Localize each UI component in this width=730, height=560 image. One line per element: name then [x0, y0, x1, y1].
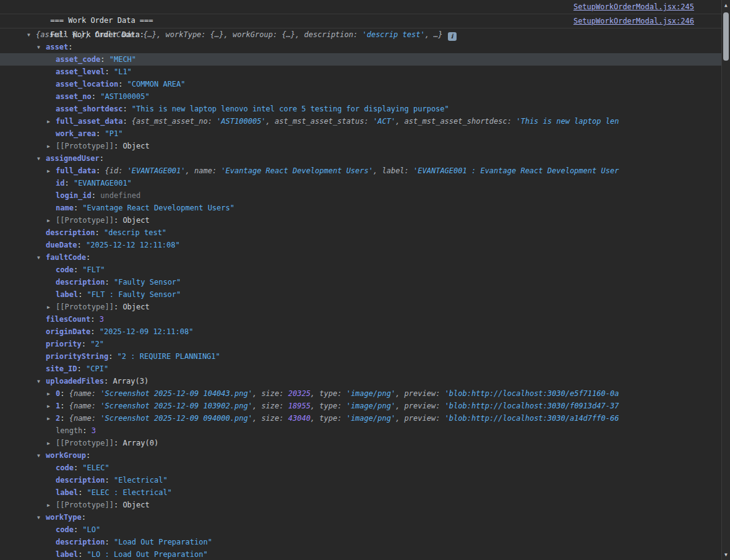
info-icon[interactable]: i: [448, 32, 457, 41]
tree-row[interactable]: ▶[[Prototype]]: Object: [0, 301, 721, 313]
tree-row[interactable]: description: "descrip test": [0, 226, 721, 239]
tree-row[interactable]: work_area: "P1": [0, 127, 721, 140]
tree-row[interactable]: asset_code: "MECH": [0, 53, 721, 66]
tree-row[interactable]: ▶1: {name: 'Screenshot 2025-12-09 103902…: [0, 400, 721, 412]
tree-row[interactable]: description: "Load Out Preparation": [0, 536, 721, 548]
token-ps: 'descrip test': [362, 30, 424, 39]
tree-row[interactable]: ▼workGroup:: [0, 449, 721, 462]
token-pb: :: [92, 389, 100, 398]
token-b: :: [105, 476, 113, 485]
tree-row[interactable]: ▶[[Prototype]]: Object: [0, 214, 721, 226]
token-b: :: [108, 352, 117, 361]
console-messages-area: === Work Order Data === SetupWorkOrderMo…: [0, 0, 721, 560]
tree-row[interactable]: ▶full_data: {id: 'EVANTAGE001', name: 'E…: [0, 165, 721, 177]
tree-row[interactable]: ▼asset:: [0, 41, 721, 53]
tree-row[interactable]: login_id: undefined: [0, 189, 721, 202]
token-b: :: [60, 389, 69, 398]
tree-row[interactable]: ▶0: {name: 'Screenshot 2025-12-09 104043…: [0, 387, 721, 400]
tree-row[interactable]: ▼uploadedFiles: Array(3): [0, 375, 721, 387]
tree-row[interactable]: ▶[[Prototype]]: Object: [0, 140, 721, 152]
tree-row[interactable]: id: "EVANTAGE001": [0, 177, 721, 189]
tree-row[interactable]: originDate: "2025-12-09 12:11:08": [0, 325, 721, 338]
tree-row[interactable]: asset_level: "L1": [0, 66, 721, 78]
message-text: Full Work Order Data:: [50, 30, 144, 39]
scroll-down-icon[interactable]: ▼: [722, 550, 730, 559]
expand-arrow-right-icon[interactable]: ▶: [47, 388, 56, 400]
console-message[interactable]: === Work Order Data === SetupWorkOrderMo…: [0, 0, 721, 14]
expand-arrow-right-icon[interactable]: ▶: [47, 301, 56, 313]
expand-arrow-down-icon[interactable]: ▼: [37, 376, 46, 387]
token-pk: name: [74, 389, 92, 398]
token-k: workType: [46, 513, 82, 522]
tree-row[interactable]: asset_location: "COMMON AREA": [0, 78, 721, 90]
tree-row[interactable]: ▼workType:: [0, 511, 721, 523]
token-ps: 'EVANTAGE001': [127, 166, 186, 175]
token-pb: :: [279, 402, 288, 410]
token-b: :: [100, 154, 104, 163]
token-pb: :: [337, 402, 346, 410]
tree-row[interactable]: site_ID: "CPI": [0, 363, 721, 375]
token-pb: {: [69, 389, 74, 398]
source-link[interactable]: SetupWorkOrderModal.jsx:246: [573, 14, 694, 28]
tree-row[interactable]: description: "Electrical": [0, 474, 721, 486]
tree-row[interactable]: ▶[[Prototype]]: Object: [0, 499, 721, 511]
scrollbar-thumb[interactable]: [723, 12, 729, 61]
tree-row[interactable]: label: "LO : Load Out Preparation": [0, 548, 721, 560]
tree-row[interactable]: label: "FLT : Faulty Sensor": [0, 288, 721, 301]
tree-row[interactable]: asset_no: "AST100005": [0, 90, 721, 103]
expand-arrow-right-icon[interactable]: ▶: [47, 165, 56, 177]
scroll-up-icon[interactable]: ▲: [722, 1, 730, 10]
tree-row[interactable]: asset_shortdesc: "This is new laptop len…: [0, 103, 721, 115]
expand-arrow-down-icon[interactable]: ▼: [37, 450, 46, 462]
tree-row[interactable]: code: "ELEC": [0, 462, 721, 474]
token-b: :: [74, 265, 82, 274]
expand-arrow-down-icon[interactable]: ▼: [37, 153, 46, 165]
token-sub: [[Prototype]]: [56, 439, 114, 447]
expand-arrow-right-icon[interactable]: ▶: [47, 437, 56, 449]
expand-arrow-right-icon[interactable]: ▶: [47, 413, 56, 424]
token-k: site_ID: [46, 364, 77, 373]
token-b: :: [90, 327, 99, 336]
token-pb: :: [212, 166, 221, 175]
token-s: "ELEC": [82, 463, 109, 472]
token-ps: 'blob:http://localhost:3030/f0913d47-37: [445, 402, 619, 410]
tree-row[interactable]: ▶full_asset_data: {ast_mst_asset_no: 'AS…: [0, 115, 721, 127]
expand-arrow-right-icon[interactable]: ▶: [47, 499, 56, 511]
tree-row[interactable]: ▼assignedUser:: [0, 152, 721, 165]
token-pb: :: [436, 402, 444, 410]
tree-row[interactable]: dueDate: "2025-12-12 12:11:08": [0, 239, 721, 251]
token-pb: {: [132, 117, 136, 126]
tree-row[interactable]: code: "LO": [0, 523, 721, 536]
token-s: "FLT": [82, 265, 105, 274]
expand-arrow-right-icon[interactable]: ▶: [47, 215, 56, 226]
token-pb: :: [208, 117, 217, 126]
token-pk: type: [319, 402, 337, 410]
tree-row[interactable]: priorityString: "2 : REQUIRE PLANNING1": [0, 350, 721, 363]
token-b: :: [64, 179, 73, 187]
tree-row[interactable]: ▶[[Prototype]]: Array(0): [0, 437, 721, 449]
token-pb: {: [69, 402, 74, 410]
tree-row[interactable]: name: "Evantage React Development Users": [0, 202, 721, 214]
expand-arrow-down-icon[interactable]: ▼: [37, 252, 46, 264]
expand-arrow-right-icon[interactable]: ▶: [47, 116, 56, 127]
token-s: "P1": [105, 129, 122, 138]
tree-row[interactable]: ▼faultCode:: [0, 251, 721, 264]
token-ps: 'EVANTAGE001 : Evantage React Developmen…: [413, 166, 619, 175]
expand-arrow-right-icon[interactable]: ▶: [47, 140, 56, 152]
source-link[interactable]: SetupWorkOrderModal.jsx:245: [573, 0, 694, 14]
token-n: 3: [100, 315, 104, 324]
expand-arrow-down-icon[interactable]: ▼: [37, 512, 46, 523]
tree-row[interactable]: length: 3: [0, 424, 721, 437]
tree-row[interactable]: description: "Faulty Sensor": [0, 276, 721, 288]
tree-row[interactable]: priority: "2": [0, 338, 721, 350]
tree-row[interactable]: label: "ELEC : Electrical": [0, 486, 721, 499]
tree-row[interactable]: ▶2: {name: 'Screenshot 2025-12-09 094000…: [0, 412, 721, 424]
token-b: :: [90, 315, 99, 324]
expand-arrow-right-icon[interactable]: ▶: [47, 400, 56, 412]
token-ps: 'blob:http://localhost:3030/a14d7ff0-66: [445, 414, 619, 423]
token-pk: ast_mst_asset_no: [136, 117, 208, 126]
vertical-scrollbar[interactable]: ▲ ▼: [721, 0, 730, 560]
tree-row[interactable]: filesCount: 3: [0, 313, 721, 325]
console-message[interactable]: Full Work Order Data: SetupWorkOrderModa…: [0, 14, 721, 28]
tree-row[interactable]: code: "FLT": [0, 264, 721, 276]
